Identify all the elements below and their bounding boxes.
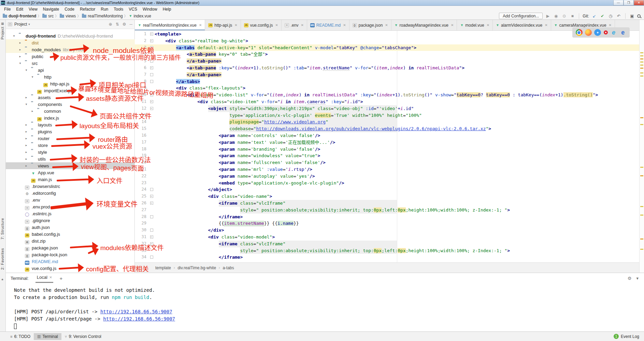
warning-tick[interactable] [640, 72, 643, 73]
tree-item-common[interactable]: ▸common [6, 108, 135, 114]
tree-item-.editorconfig[interactable]: ⚙.editorconfig [6, 190, 135, 196]
fold-marker[interactable]: − [148, 193, 155, 200]
tree-item-layouts[interactable]: ▸layouts [6, 121, 135, 128]
fold-marker[interactable]: − [148, 234, 155, 241]
chevron-down-icon[interactable]: ▾ [12, 34, 16, 38]
warning-tick[interactable] [640, 175, 643, 176]
fold-marker[interactable] [148, 152, 155, 159]
close-icon[interactable]: ✕ [275, 23, 278, 27]
tree-item-.browserslistrc[interactable]: ≡.browserslistrc [6, 183, 135, 190]
tree-item-README.md[interactable]: MDREADME.md [6, 258, 135, 265]
project-tool-icon[interactable]: ▦ [1, 22, 4, 25]
fold-marker[interactable]: − [148, 98, 155, 105]
tree-item-main.js[interactable]: JSmain.js [6, 176, 135, 183]
tree-item-duoji-frontend[interactable]: ▾duoji-frontendD:\zheheWeb\duoji-fronten… [6, 32, 135, 39]
warning-tick[interactable] [640, 62, 643, 63]
fold-marker[interactable] [148, 85, 155, 92]
new-terminal-button[interactable]: + [59, 275, 62, 281]
add-configuration-button[interactable]: Add Configuration... [499, 13, 543, 19]
internet-explorer-icon[interactable]: e [610, 29, 617, 36]
close-button[interactable]: ✕ [634, 0, 644, 5]
fold-marker[interactable] [148, 58, 155, 65]
tree-item-components[interactable]: ▾components [6, 101, 135, 108]
fold-marker[interactable] [148, 180, 155, 187]
fold-marker[interactable] [148, 112, 155, 119]
edge-icon[interactable]: e [619, 29, 626, 36]
todo-toolwindow-button[interactable]: ≡ 6: TODO [7, 333, 34, 340]
tree-item-.gitignore[interactable]: ≡.gitignore [6, 217, 135, 224]
fold-marker[interactable] [148, 220, 155, 227]
tree-item-App.vue[interactable]: ▼App.vue [6, 169, 135, 176]
gear-icon[interactable]: ⚙ [628, 276, 632, 281]
firefox-icon[interactable] [585, 29, 592, 36]
code-breadcrumb-template[interactable]: template [155, 265, 171, 270]
safari-icon[interactable] [594, 29, 601, 36]
chevron-down-icon[interactable]: ▾ [24, 68, 28, 72]
editor-tab-roadwayManage-index.vue[interactable]: ▼roadwayManage\index.vue✕ [391, 20, 457, 30]
warning-tick[interactable] [640, 65, 643, 66]
menu-item-code[interactable]: Code [62, 6, 77, 12]
chevron-right-icon[interactable]: ▸ [24, 137, 28, 140]
tree-item-package.json[interactable]: {}package.json [6, 244, 135, 251]
warning-tick[interactable] [640, 124, 643, 125]
chevron-right-icon[interactable]: ▸ [30, 109, 34, 113]
chevron-right-icon[interactable]: ▸ [24, 123, 28, 126]
tree-item-babel.config.js[interactable]: JSbabel.config.js [6, 231, 135, 237]
tree-item-views[interactable]: ▸views [6, 162, 135, 169]
maximize-button[interactable]: ❐ [624, 0, 634, 5]
editor-tab-package.json[interactable]: {}package.json✕ [349, 20, 391, 30]
fold-marker[interactable] [148, 159, 155, 166]
favorites-star-icon[interactable]: ★ [1, 278, 4, 281]
scroll-sync-icon[interactable]: ⇅ [116, 22, 119, 27]
breadcrumb-item-duoji-frontend[interactable]: duoji-frontend [3, 14, 36, 18]
run-icon[interactable]: ▶ [545, 14, 551, 18]
breadcrumb-item-src[interactable]: src [42, 14, 54, 18]
editor-tab-realTimeMonitoring-index.vue[interactable]: ▼realTimeMonitoring\index.vue✕ [135, 20, 205, 30]
version-control-toolwindow-button[interactable]: ⑂ 9: Version Control [61, 333, 105, 340]
editor-tab-README.md[interactable]: MDREADME.md✕ [307, 20, 349, 30]
code-area[interactable]: 1−<template>2−<div class="realTime bg-wh… [135, 31, 639, 272]
tree-item-.eslintrc.js[interactable]: ◯.eslintrc.js [6, 210, 135, 217]
close-icon[interactable]: ✕ [545, 23, 547, 27]
terminal-tab-local[interactable]: Local × [35, 273, 54, 283]
tree-item-plugins[interactable]: ▸plugins [6, 128, 135, 135]
menu-item-view[interactable]: View [26, 6, 40, 12]
fold-marker[interactable] [148, 173, 155, 180]
warning-tick[interactable] [640, 215, 643, 216]
menu-item-edit[interactable]: Edit [13, 6, 26, 12]
fold-marker[interactable] [148, 78, 155, 85]
opera-icon[interactable] [604, 30, 608, 35]
menu-item-file[interactable]: File [1, 6, 13, 12]
tree-item-public[interactable]: ▸public [6, 53, 135, 60]
chevron-right-icon[interactable]: ▸ [18, 55, 22, 58]
search-icon[interactable] [637, 14, 641, 18]
warning-tick[interactable] [640, 206, 643, 207]
warning-tick[interactable] [640, 55, 643, 56]
tree-item-dist[interactable]: ▸dist [6, 39, 135, 46]
close-icon[interactable]: ✕ [609, 23, 612, 27]
rollback-icon[interactable]: ↶ [616, 14, 622, 18]
warning-tick[interactable] [640, 76, 643, 77]
fold-marker[interactable] [148, 146, 155, 153]
strip-favorites-label[interactable]: 2: Favorites [0, 248, 4, 270]
warning-tick[interactable] [640, 58, 643, 59]
fold-marker[interactable] [148, 214, 155, 220]
breadcrumb-item-index.vue[interactable]: ▼index.vue [129, 14, 151, 18]
warning-tick[interactable] [640, 117, 643, 118]
menu-item-window[interactable]: Window [140, 6, 160, 12]
tree-item-importExcel.js[interactable]: JSimportExcel.js [6, 87, 135, 94]
chevron-right-icon[interactable]: ▸ [24, 164, 28, 167]
editor[interactable]: ▼realTimeMonitoring\index.vue✕JShttp-api… [135, 20, 639, 273]
chevron-down-icon[interactable]: ▾ [24, 103, 28, 106]
editor-tab-vue.config.js[interactable]: JSvue.config.js✕ [241, 20, 282, 30]
tree-item-style[interactable]: ▸style [6, 149, 135, 155]
menu-item-help[interactable]: Help [160, 6, 174, 12]
chrome-icon[interactable] [576, 29, 583, 36]
terminal-link[interactable]: http://192.168.66.56:9007 [100, 309, 172, 314]
close-icon[interactable]: ✕ [487, 23, 489, 27]
editor-tab-model.vue[interactable]: ▼model.vue✕ [457, 20, 493, 30]
close-icon[interactable]: ✕ [234, 23, 237, 27]
warning-tick[interactable] [640, 167, 643, 168]
breadcrumb-item-realTimeMonitoring[interactable]: realTimeMonitoring [82, 14, 123, 18]
tree-item-http[interactable]: ▾http [6, 73, 135, 80]
